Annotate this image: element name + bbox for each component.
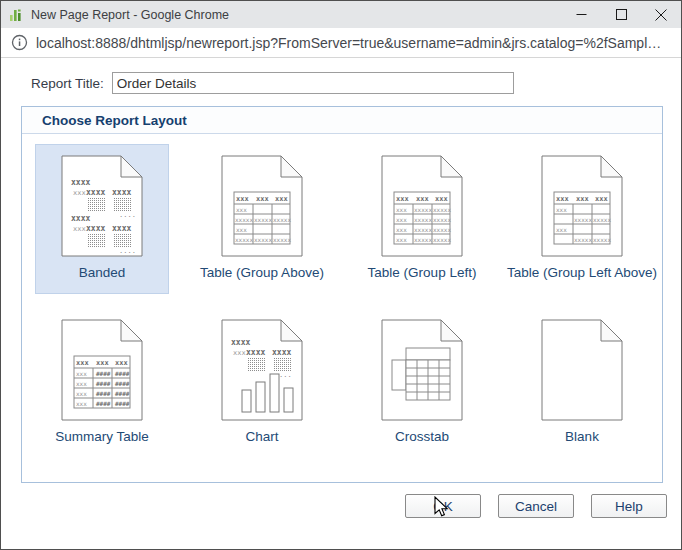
layout-option-table-group-left[interactable]: xxxxxxxxx xxxxxxxxxxxxx xxxxxxxxxxxxx xx… xyxy=(355,144,489,294)
ok-button-label: OK xyxy=(433,499,453,514)
layout-option-label: Banded xyxy=(79,265,126,280)
svg-text:xxxxx: xxxxx xyxy=(414,226,432,233)
svg-text:xxx: xxx xyxy=(76,380,87,387)
svg-text:xxxx: xxxx xyxy=(86,188,105,197)
banded-layout-icon: xxxx xxxxxxxx xxxx xxxxxxxx xxx xxx ....… xyxy=(60,154,144,258)
chrome-popup-window: New Page Report - Google Chrome localhos… xyxy=(0,0,682,550)
svg-text:xxxxx: xxxxx xyxy=(433,216,451,223)
table-group-above-layout-icon: xxxxxxxxx xxx xxxxxxxxxxxxxxx xxx xxxxxx… xyxy=(220,154,304,258)
svg-text:xxxxx: xxxxx xyxy=(574,236,592,243)
svg-text:xxxxx: xxxxx xyxy=(593,216,611,223)
svg-text:xxx: xxx xyxy=(556,226,567,233)
help-button[interactable]: Help xyxy=(591,494,667,518)
svg-text:....: .... xyxy=(119,211,136,219)
svg-text:xxx: xxx xyxy=(256,195,269,203)
layout-option-chart[interactable]: xxxx xxxxxxxx xxx ... Chart xyxy=(195,308,329,458)
summary-table-layout-icon: xxxxxxxxx xxxxxxxxxxxx ######## ########… xyxy=(60,318,144,422)
svg-text:xxxxx: xxxxx xyxy=(574,216,592,223)
ok-button[interactable]: OK xyxy=(405,494,481,518)
cancel-button[interactable]: Cancel xyxy=(498,494,574,518)
svg-text:xxxxx: xxxxx xyxy=(593,236,611,243)
layout-option-label: Blank xyxy=(565,429,599,444)
layout-option-table-group-left-above[interactable]: xxxxxxxxx xxx xxxxxxxxxx xxx xxxxxxxxxx … xyxy=(515,144,649,294)
layout-option-label: Table (Group Left) xyxy=(368,265,477,280)
info-icon[interactable] xyxy=(11,34,28,51)
svg-text:xxx: xxx xyxy=(73,225,86,233)
minimize-button[interactable] xyxy=(561,1,601,28)
svg-text:xxx: xxx xyxy=(233,349,246,357)
svg-text:####: #### xyxy=(115,400,130,407)
dialog-button-row: OK Cancel Help xyxy=(405,494,667,518)
close-button[interactable] xyxy=(641,1,681,28)
svg-text:xxx: xxx xyxy=(595,195,608,203)
svg-text:xxxxx: xxxxx xyxy=(235,216,253,223)
svg-text:xxxxx: xxxxx xyxy=(273,216,291,223)
svg-text:xxxx: xxxx xyxy=(112,224,131,233)
svg-text:xxx: xxx xyxy=(76,370,87,377)
svg-text:xxx: xxx xyxy=(76,359,89,367)
close-icon xyxy=(655,9,667,21)
svg-text:xxxx: xxxx xyxy=(71,214,90,223)
svg-text:####: #### xyxy=(115,370,130,377)
minimize-icon xyxy=(576,9,587,20)
page-url: localhost:8888/dhtmljsp/newreport.jsp?Fr… xyxy=(36,35,661,51)
layout-options-grid: xxxx xxxxxxxx xxxx xxxxxxxx xxx xxx ....… xyxy=(22,134,662,458)
layout-option-label: Table (Group Above) xyxy=(200,265,324,280)
maximize-icon xyxy=(616,9,627,20)
svg-text:xxxx: xxxx xyxy=(112,188,131,197)
svg-text:xxxxx: xxxxx xyxy=(433,206,451,213)
window-controls xyxy=(561,1,681,28)
panel-heading: Choose Report Layout xyxy=(22,107,662,134)
svg-text:xxxxx: xxxxx xyxy=(254,216,272,223)
svg-text:xxxxx: xxxxx xyxy=(273,236,291,243)
jaspersoft-logo-icon xyxy=(9,8,23,22)
layout-option-crosstab[interactable]: Crosstab xyxy=(355,308,489,458)
svg-text:####: #### xyxy=(96,400,111,407)
svg-text:xxx: xxx xyxy=(396,216,407,223)
report-title-row: Report Title: xyxy=(31,72,681,94)
svg-text:####: #### xyxy=(96,390,111,397)
svg-text:xxx: xxx xyxy=(435,195,448,203)
window-title: New Page Report - Google Chrome xyxy=(31,8,229,22)
svg-text:xxxxx: xxxxx xyxy=(254,236,272,243)
svg-text:xxx: xxx xyxy=(396,206,407,213)
svg-text:xxxxx: xxxxx xyxy=(414,206,432,213)
svg-text:####: #### xyxy=(96,380,111,387)
svg-text:xxx: xxx xyxy=(236,195,249,203)
svg-text:xxxx: xxxx xyxy=(86,224,105,233)
layout-option-blank[interactable]: Blank xyxy=(515,308,649,458)
svg-text:xxx: xxx xyxy=(396,236,407,243)
maximize-button[interactable] xyxy=(601,1,641,28)
url-bar: localhost:8888/dhtmljsp/newreport.jsp?Fr… xyxy=(1,28,681,58)
layout-option-label: Summary Table xyxy=(55,429,149,444)
svg-text:xxxxx: xxxxx xyxy=(414,216,432,223)
svg-text:xxx: xxx xyxy=(96,359,109,367)
table-group-left-layout-icon: xxxxxxxxx xxxxxxxxxxxxx xxxxxxxxxxxxx xx… xyxy=(380,154,464,258)
layout-option-summary-table[interactable]: xxxxxxxxx xxxxxxxxxxxx ######## ########… xyxy=(35,308,169,458)
layout-option-banded[interactable]: xxxx xxxxxxxx xxxx xxxxxxxx xxx xxx ....… xyxy=(35,144,169,294)
report-title-label: Report Title: xyxy=(31,76,104,91)
svg-text:xxx: xxx xyxy=(236,206,247,213)
svg-text:xxxx: xxxx xyxy=(71,178,90,187)
svg-text:xxx: xxx xyxy=(396,195,409,203)
svg-text:xxx: xxx xyxy=(115,359,128,367)
layout-option-label: Table (Group Left Above) xyxy=(507,265,657,280)
svg-text:xxxx: xxxx xyxy=(272,348,291,357)
svg-text:xxx: xxx xyxy=(556,206,567,213)
report-title-input[interactable] xyxy=(112,72,514,94)
svg-text:xxx: xxx xyxy=(556,195,569,203)
layout-option-label: Chart xyxy=(245,429,278,444)
svg-text:xxxxx: xxxxx xyxy=(433,236,451,243)
svg-text:xxxxx: xxxxx xyxy=(414,236,432,243)
crosstab-layout-icon xyxy=(380,318,464,422)
svg-text:xxx: xxx xyxy=(73,189,86,197)
svg-text:xxx: xxx xyxy=(576,195,589,203)
svg-text:....: .... xyxy=(119,247,136,255)
svg-text:####: #### xyxy=(115,380,130,387)
table-group-left-above-layout-icon: xxxxxxxxx xxx xxxxxxxxxx xxx xxxxxxxxxx xyxy=(540,154,624,258)
svg-text:...: ... xyxy=(279,371,292,379)
svg-text:xxxx: xxxx xyxy=(231,338,250,347)
layout-option-table-group-above[interactable]: xxxxxxxxx xxx xxxxxxxxxxxxxxx xxx xxxxxx… xyxy=(195,144,329,294)
help-button-label: Help xyxy=(615,499,643,514)
svg-text:xxx: xxx xyxy=(76,400,87,407)
